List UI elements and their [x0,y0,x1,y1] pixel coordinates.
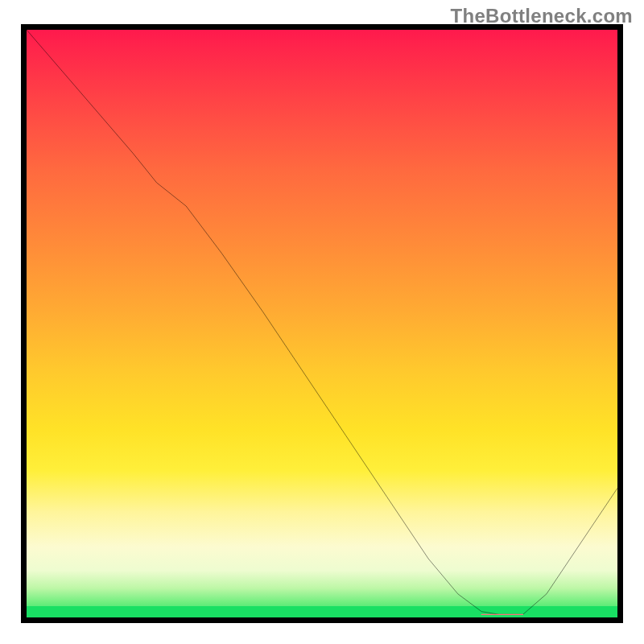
bottleneck-curve [27,30,617,614]
chart-overlay-svg [27,30,617,617]
chart-frame: TheBottleneck.com [0,0,644,644]
plot-area-border [21,24,623,623]
plot-area [27,30,617,617]
